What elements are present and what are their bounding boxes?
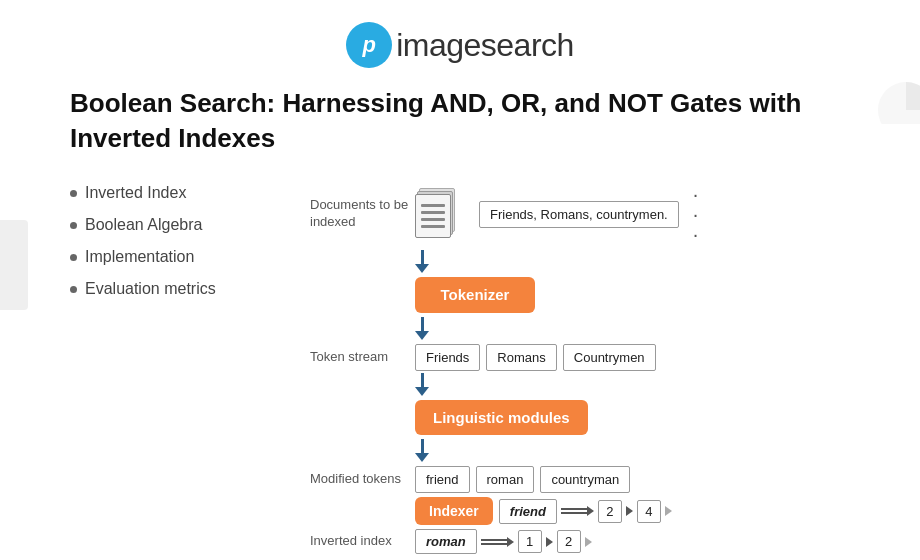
logo-letter: p bbox=[362, 32, 375, 58]
arrowhead2 bbox=[415, 331, 429, 340]
main-content: Inverted Index Boolean Algebra Implement… bbox=[0, 184, 920, 558]
bullet-list: Inverted Index Boolean Algebra Implement… bbox=[70, 184, 270, 298]
doc-line bbox=[421, 225, 445, 228]
docs-content: Friends, Romans, countrymen. · · · bbox=[415, 184, 850, 244]
sidebar-watermark bbox=[0, 220, 28, 310]
indexer-row: Indexer friend 2 4 bbox=[310, 497, 850, 525]
arrow2 bbox=[310, 317, 850, 340]
doc-line bbox=[421, 218, 445, 221]
bullet-label: Boolean Algebra bbox=[85, 216, 202, 234]
modified-content: friend roman countryman bbox=[415, 466, 850, 493]
modified-roman: roman bbox=[476, 466, 535, 493]
inverted-label: Inverted index bbox=[310, 533, 415, 550]
linguistic-box: Linguistic modules bbox=[415, 400, 588, 436]
doc-line bbox=[421, 204, 445, 207]
bullet-dot bbox=[70, 254, 77, 261]
diagram: Documents to be indexed Friends bbox=[310, 184, 850, 558]
dot1: · bbox=[693, 184, 699, 204]
inverted-token-friend: friend bbox=[499, 499, 557, 524]
arrow-stem bbox=[421, 250, 424, 264]
doc-front bbox=[415, 194, 451, 238]
list-item: Implementation bbox=[70, 248, 270, 266]
num-2b: 2 bbox=[557, 530, 581, 553]
num-1: 1 bbox=[518, 530, 542, 553]
doc-line bbox=[421, 211, 445, 214]
bullet-label: Inverted Index bbox=[85, 184, 186, 202]
header: p imagesearch bbox=[0, 0, 920, 86]
modified-countryman: countryman bbox=[540, 466, 630, 493]
double-arrow-roman bbox=[481, 537, 514, 547]
dot3: · bbox=[693, 224, 699, 244]
token-stream-label: Token stream bbox=[310, 349, 415, 366]
inverted-content: roman 1 2 bbox=[415, 529, 592, 554]
docs-example-box: Friends, Romans, countrymen. bbox=[479, 201, 679, 228]
down-arrow2 bbox=[415, 317, 429, 340]
modified-friend: friend bbox=[415, 466, 470, 493]
docs-row: Documents to be indexed Friends bbox=[310, 184, 850, 244]
double-arrow-friend bbox=[561, 506, 594, 516]
num-4: 4 bbox=[637, 500, 661, 523]
logo-icon: p bbox=[346, 22, 392, 68]
list-item: Evaluation metrics bbox=[70, 280, 270, 298]
arrow-stem4 bbox=[421, 439, 424, 453]
arrow-more bbox=[665, 506, 672, 516]
token-stream-row: Token stream Friends Romans Countrymen bbox=[310, 344, 850, 371]
arrow-more2 bbox=[585, 537, 592, 547]
num-2: 2 bbox=[598, 500, 622, 523]
down-arrow3 bbox=[415, 373, 429, 396]
down-arrow bbox=[415, 250, 429, 273]
modified-tokens-row: Modified tokens friend roman countryman bbox=[310, 466, 850, 493]
dbl-line2 bbox=[481, 539, 507, 545]
down-arrow4 bbox=[415, 439, 429, 462]
bullet-label: Evaluation metrics bbox=[85, 280, 216, 298]
pie-watermark bbox=[876, 80, 920, 124]
bullet-dot bbox=[70, 190, 77, 197]
ellipsis: · · · bbox=[693, 184, 699, 244]
indexer-entries: friend 2 4 bbox=[499, 497, 672, 525]
docs-label: Documents to be indexed bbox=[310, 197, 415, 231]
page-title: Boolean Search: Harnessing AND, OR, and … bbox=[70, 86, 850, 156]
dbl-line bbox=[561, 508, 587, 514]
arrow3 bbox=[310, 373, 850, 396]
arrow-stem3 bbox=[421, 373, 424, 387]
tokens-content: Friends Romans Countrymen bbox=[415, 344, 850, 371]
bullet-dot bbox=[70, 286, 77, 293]
list-item: Inverted Index bbox=[70, 184, 270, 202]
token-friends: Friends bbox=[415, 344, 480, 371]
bullet-label: Implementation bbox=[85, 248, 194, 266]
logo-text: imagesearch bbox=[396, 27, 574, 64]
title-section: Boolean Search: Harnessing AND, OR, and … bbox=[0, 86, 920, 156]
tokenizer-row: Tokenizer bbox=[310, 277, 850, 313]
tokenizer-box: Tokenizer bbox=[415, 277, 535, 313]
token-romans: Romans bbox=[486, 344, 556, 371]
indexer-box: Indexer bbox=[415, 497, 493, 525]
arrow-right bbox=[587, 506, 594, 516]
linguistic-row: Linguistic modules bbox=[310, 400, 850, 436]
arrow-next bbox=[626, 506, 633, 516]
token-countrymen: Countrymen bbox=[563, 344, 656, 371]
left-panel: Inverted Index Boolean Algebra Implement… bbox=[70, 184, 270, 558]
bullet-dot bbox=[70, 222, 77, 229]
inverted-token-roman: roman bbox=[415, 529, 477, 554]
modified-label: Modified tokens bbox=[310, 471, 415, 488]
dot2: · bbox=[693, 204, 699, 224]
arrow4 bbox=[310, 439, 850, 462]
inverted-index-row: Inverted index roman 1 2 bbox=[310, 529, 850, 554]
arrowhead4 bbox=[415, 453, 429, 462]
doc-stack-icon bbox=[415, 188, 461, 240]
list-item: Boolean Algebra bbox=[70, 216, 270, 234]
arrow-next2 bbox=[546, 537, 553, 547]
arrow-stem2 bbox=[421, 317, 424, 331]
arrow1 bbox=[310, 250, 850, 273]
arrowhead3 bbox=[415, 387, 429, 396]
arrow-right2 bbox=[507, 537, 514, 547]
arrowhead bbox=[415, 264, 429, 273]
